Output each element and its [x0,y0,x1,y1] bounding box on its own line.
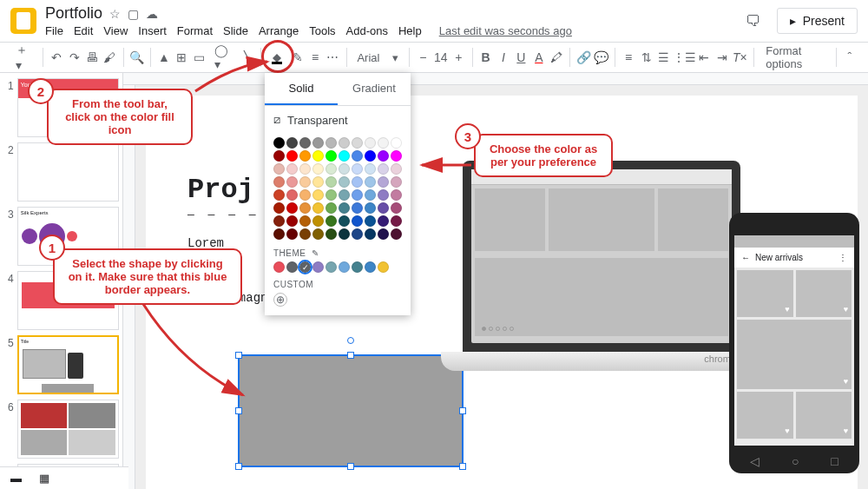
color-swatch[interactable] [352,137,363,149]
color-swatch[interactable] [286,228,298,240]
color-swatch[interactable] [352,202,363,214]
color-swatch[interactable] [273,202,285,214]
color-swatch[interactable] [339,215,350,227]
resize-handle-bl[interactable] [235,463,242,470]
menu-arrange[interactable]: Arrange [259,24,299,37]
menu-insert[interactable]: Insert [138,24,167,37]
color-swatch[interactable] [273,189,285,201]
menu-addons[interactable]: Add-ons [346,24,388,37]
color-swatch[interactable] [378,228,389,240]
color-swatch[interactable] [312,228,324,240]
new-slide-button[interactable]: ＋ ▾ [10,47,37,68]
grid-view-icon[interactable]: ▦ [39,472,49,485]
color-swatch[interactable] [352,215,363,227]
doc-title[interactable]: Portfolio [45,4,102,23]
color-swatch[interactable] [365,176,376,188]
color-swatch[interactable] [326,163,337,175]
color-swatch[interactable] [326,228,337,240]
color-swatch[interactable] [391,176,402,188]
ruler-horizontal[interactable] [123,73,868,85]
color-swatch[interactable] [391,137,402,149]
theme-swatch[interactable] [378,261,389,273]
slide-title-text[interactable]: Proj [187,174,254,206]
color-swatch[interactable] [312,137,324,149]
color-swatch[interactable] [391,228,402,240]
resize-handle-tm[interactable] [347,352,354,359]
color-swatch[interactable] [365,228,376,240]
color-swatch[interactable] [365,202,376,214]
cloud-icon[interactable]: ☁ [146,7,158,21]
color-swatch[interactable] [339,137,350,149]
menu-edit[interactable]: Edit [74,24,93,37]
color-swatch[interactable] [299,228,311,240]
resize-handle-mr[interactable] [459,407,466,414]
color-swatch[interactable] [378,215,389,227]
theme-swatch[interactable] [286,261,298,273]
color-swatch[interactable] [273,228,285,240]
color-swatch[interactable] [273,137,285,149]
color-swatch[interactable] [339,150,350,162]
font-family-select[interactable]: Arial▾ [352,47,404,68]
theme-swatch[interactable] [352,261,363,273]
color-swatch[interactable] [378,137,389,149]
color-swatch[interactable] [339,163,350,175]
color-swatch[interactable] [273,176,285,188]
line-tool[interactable]: ╲ [240,47,255,68]
indent-decrease-button[interactable]: ⇤ [696,47,712,68]
comments-icon[interactable]: 🗨 [746,12,761,30]
color-swatch[interactable] [391,150,402,162]
color-swatch[interactable] [312,176,324,188]
resize-handle-bm[interactable] [347,463,354,470]
bulleted-list-button[interactable]: ⋮☰ [674,47,694,68]
theme-swatch[interactable] [365,261,376,273]
color-swatch[interactable] [286,163,298,175]
color-swatch[interactable] [299,189,311,201]
color-swatch[interactable] [339,176,350,188]
color-swatch[interactable] [326,215,337,227]
color-swatch[interactable] [339,228,350,240]
color-swatch[interactable] [352,189,363,201]
align-button[interactable]: ≡ [621,47,636,68]
color-swatch[interactable] [365,137,376,149]
border-dash-button[interactable]: ⋯ [325,47,340,68]
color-swatch[interactable] [326,150,337,162]
color-swatch[interactable] [312,150,324,162]
color-swatch[interactable] [326,176,337,188]
present-button[interactable]: ▸ Present [777,8,858,34]
color-swatch[interactable] [286,137,298,149]
comment-button[interactable]: 💬 [594,47,609,68]
color-swatch[interactable] [286,176,298,188]
color-swatch[interactable] [286,215,298,227]
color-swatch[interactable] [273,215,285,227]
filmstrip-view-icon[interactable]: ▬ [10,472,22,485]
color-swatch[interactable] [378,189,389,201]
text-color-button[interactable]: A [531,47,547,68]
color-swatch[interactable] [326,202,337,214]
font-size-decrease[interactable]: − [415,47,431,68]
menu-help[interactable]: Help [398,24,422,37]
star-icon[interactable]: ☆ [109,7,121,21]
theme-swatch[interactable]: ✓ [299,261,311,273]
slide-thumb-6[interactable] [17,400,119,459]
picker-tab-gradient[interactable]: Gradient [338,73,411,105]
redo-button[interactable]: ↷ [66,47,82,68]
theme-swatch[interactable] [312,261,324,273]
color-swatch[interactable] [365,215,376,227]
color-swatch[interactable] [286,189,298,201]
color-swatch[interactable] [312,163,324,175]
font-size-increase[interactable]: + [450,47,466,68]
highlight-button[interactable]: 🖍 [549,47,564,68]
add-custom-color-button[interactable]: ⊕ [273,293,287,307]
color-swatch[interactable] [299,176,311,188]
color-swatch[interactable] [299,137,311,149]
theme-swatch[interactable] [339,261,350,273]
clear-format-button[interactable]: T× [732,47,747,68]
color-swatch[interactable] [273,163,285,175]
menu-file[interactable]: File [45,24,63,37]
toolbar-expand-up[interactable]: ˆ [842,47,858,68]
bold-button[interactable]: B [477,47,493,68]
menu-format[interactable]: Format [177,24,213,37]
transparent-option[interactable]: ⧄ Transparent [273,113,402,127]
textbox-tool[interactable]: ⊞ [174,47,189,68]
resize-handle-br[interactable] [459,463,466,470]
